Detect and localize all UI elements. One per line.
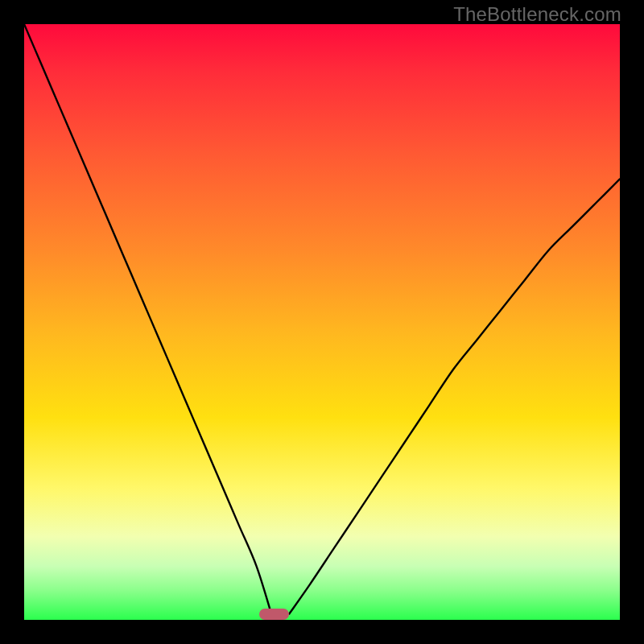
- optimal-marker: [259, 609, 289, 620]
- bottleneck-curve-left: [24, 24, 271, 614]
- bottleneck-curve-right: [289, 179, 620, 613]
- curve-svg: [24, 24, 620, 620]
- plot-area: [24, 24, 620, 620]
- chart-frame: TheBottleneck.com: [0, 0, 644, 644]
- watermark-text: TheBottleneck.com: [453, 3, 621, 26]
